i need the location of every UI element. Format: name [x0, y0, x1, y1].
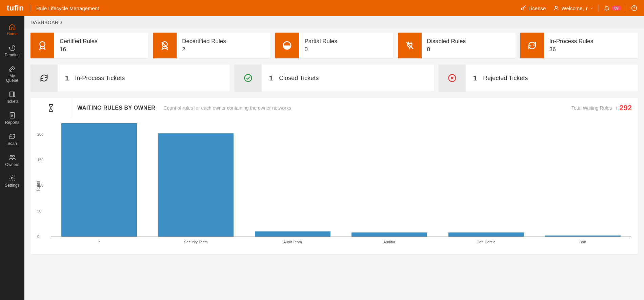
waiting-rules-chart: Rules 050100150200rSecurity TeamAudit Te…	[31, 118, 638, 254]
user-icon	[553, 5, 559, 11]
report-icon	[8, 112, 16, 119]
home-icon	[8, 23, 16, 31]
stat-card-partial[interactable]: Partial Rules0	[275, 33, 393, 58]
bell-icon	[604, 5, 610, 11]
sidebar-item-tickets[interactable]: Tickets	[0, 87, 24, 108]
app-title: Rule Lifecycle Management	[36, 5, 99, 11]
chart-bar[interactable]: Audit Team	[244, 231, 341, 237]
chart-xlabel: r	[99, 240, 100, 244]
chart-ytick: 50	[37, 209, 41, 213]
chart-xlabel: Auditor	[383, 240, 395, 244]
stat-card-certified[interactable]: Certified Rules16	[31, 33, 148, 58]
stat-card-disabled[interactable]: Disabled Rules0	[398, 33, 516, 58]
users-icon	[8, 154, 16, 161]
chart-xlabel: Audit Team	[283, 240, 302, 244]
stat-value: 0	[427, 46, 466, 53]
ticket-count: 1	[269, 74, 273, 82]
svg-point-11	[245, 75, 252, 82]
license-label: License	[528, 5, 546, 11]
sidebar: Home Pending MyQueue Tickets Reports Sca…	[0, 16, 24, 300]
svg-point-5	[10, 155, 12, 157]
sidebar-item-settings[interactable]: Settings	[0, 171, 24, 192]
welcome-label: Welcome,	[561, 5, 584, 11]
check-circle-icon	[243, 73, 253, 83]
gear-icon	[8, 174, 16, 182]
stat-cards-row: Certified Rules16 Decertified Rules2 Par…	[31, 33, 638, 58]
stat-label: In-Process Rules	[549, 38, 593, 45]
panel-subtitle: Count of rules for each owner containing…	[163, 105, 291, 111]
ticket-cards-row: 1 In-Process Tickets 1 Closed Tickets 1 …	[31, 64, 638, 92]
sidebar-item-scan[interactable]: Scan	[0, 129, 24, 150]
stat-card-inprocess[interactable]: In-Process Rules36	[520, 33, 638, 58]
sidebar-item-label: Settings	[5, 183, 19, 188]
clock-history-icon	[8, 44, 16, 52]
gavel-icon	[8, 65, 16, 73]
help-icon	[631, 5, 637, 11]
chart-xlabel: Carl.Garcia	[477, 240, 496, 244]
chart-bar[interactable]: Security Team	[147, 133, 244, 237]
stat-value: 36	[549, 46, 593, 53]
help-button[interactable]	[631, 5, 637, 11]
sidebar-item-label: Tickets	[6, 99, 19, 104]
stat-value: 16	[60, 46, 98, 53]
stat-value: 0	[304, 46, 337, 53]
stat-label: Partial Rules	[304, 38, 337, 45]
chevron-down-icon	[590, 6, 594, 10]
license-link[interactable]: License	[520, 5, 546, 11]
notif-badge: 89	[612, 6, 621, 11]
arrow-up-icon: ↑	[615, 105, 618, 111]
breadcrumb-text: DASHBOARD	[31, 20, 62, 25]
ticket-label: In-Process Tickets	[75, 75, 125, 82]
divider	[30, 4, 30, 12]
chart-bar[interactable]: r	[51, 123, 147, 237]
key-icon	[520, 5, 526, 11]
sidebar-item-label: Scan	[7, 142, 17, 146]
stat-label: Decertified Rules	[182, 38, 226, 45]
sidebar-item-label: MyQueue	[6, 74, 18, 83]
sidebar-item-pending[interactable]: Pending	[0, 41, 24, 62]
ticket-card-rejected[interactable]: 1 Rejected Tickets	[439, 64, 638, 92]
total-value: 292	[619, 104, 632, 112]
ticket-count: 1	[473, 74, 477, 82]
chart-bar[interactable]: Auditor	[341, 232, 438, 237]
panel-header: WAITING RULES BY OWNER Count of rules fo…	[31, 98, 638, 118]
chart-xlabel: Security Team	[184, 240, 208, 244]
stat-card-decertified[interactable]: Decertified Rules2	[153, 33, 270, 58]
breadcrumb: DASHBOARD	[24, 16, 644, 29]
sync-icon	[527, 40, 537, 51]
svg-point-6	[13, 155, 14, 157]
ticket-card-inprocess[interactable]: 1 In-Process Tickets	[31, 64, 230, 92]
stat-value: 2	[182, 46, 226, 53]
sidebar-item-owners[interactable]: Owners	[0, 150, 24, 171]
sync-icon	[39, 73, 49, 83]
svg-point-9	[162, 42, 167, 47]
chart-bar[interactable]: Carl.Garcia	[438, 232, 534, 237]
ticket-card-closed[interactable]: 1 Closed Tickets	[235, 64, 434, 92]
chart-xlabel: Bob	[580, 240, 586, 244]
sidebar-item-home[interactable]: Home	[0, 20, 24, 41]
ticket-count: 1	[65, 74, 69, 82]
hourglass-icon	[47, 104, 55, 112]
user-name: r	[586, 5, 588, 11]
ticket-label: Closed Tickets	[279, 75, 319, 82]
chart-ytick: 0	[37, 235, 39, 239]
chart-ytick: 100	[37, 183, 43, 187]
main: DASHBOARD Certified Rules16 Decertified …	[24, 16, 644, 300]
waiting-rules-panel: WAITING RULES BY OWNER Count of rules fo…	[31, 98, 638, 254]
ribbon-slash-icon	[160, 40, 170, 51]
sidebar-item-label: Reports	[5, 120, 19, 125]
ribbon-icon	[37, 40, 47, 51]
chart-ytick: 150	[37, 158, 43, 162]
sidebar-item-reports[interactable]: Reports	[0, 108, 24, 129]
refresh-icon	[8, 133, 16, 140]
sidebar-item-label: Owners	[5, 163, 19, 167]
divider	[626, 5, 626, 12]
svg-point-8	[40, 42, 45, 47]
stat-label: Certified Rules	[60, 38, 98, 45]
stat-label: Disabled Rules	[427, 38, 466, 45]
user-menu[interactable]: Welcome, r	[553, 5, 593, 11]
chart-bar[interactable]: Bob	[535, 236, 631, 237]
sidebar-item-myqueue[interactable]: MyQueue	[0, 62, 24, 88]
logo: tufin	[7, 4, 24, 13]
notifications-button[interactable]: 89	[604, 5, 621, 11]
